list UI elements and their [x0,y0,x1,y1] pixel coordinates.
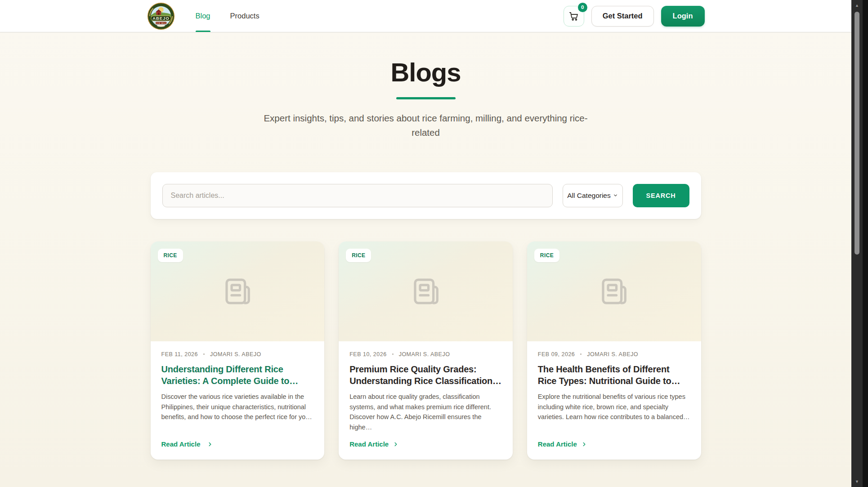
meta-dot [203,353,205,355]
nav-link-products[interactable]: Products [230,0,260,32]
category-badge: RICE [346,249,371,262]
abejo-logo[interactable]: ABEJO RICE MILL [147,2,175,30]
login-button[interactable]: Login [661,6,705,27]
category-select[interactable]: All Categories [563,184,623,207]
article-title[interactable]: Premium Rice Quality Grades: Understandi… [349,363,502,387]
article-author: JOMARI S. ABEJO [399,351,450,357]
read-article-label: Read Article [349,440,389,448]
read-article-label: Read Article [161,440,201,448]
newspaper-icon [597,275,631,308]
page-subtitle: Expert insights, tips, and stories about… [262,111,590,140]
article-excerpt: Learn about rice quality grades, classif… [349,392,502,432]
article-meta: FEB 10, 2026 JOMARI S. ABEJO [349,351,502,357]
chevron-right-icon [207,441,213,447]
category-badge: RICE [534,249,559,262]
cart-badge: 0 [578,3,587,12]
article-title[interactable]: The Health Benefits of Different Rice Ty… [538,363,690,387]
article-author: JOMARI S. ABEJO [587,351,638,357]
category-select-value: All Categories [567,192,611,200]
nav-link-blog[interactable]: Blog [196,0,210,32]
category-badge: RICE [158,249,183,262]
article-meta: FEB 09, 2026 JOMARI S. ABEJO [538,351,690,357]
abejo-logo-icon: ABEJO RICE MILL [147,2,175,30]
title-underline [396,97,456,99]
search-input[interactable] [162,184,553,207]
cart-icon [568,11,579,22]
article-title[interactable]: Understanding Different Rice Varieties: … [161,363,314,387]
read-article-link[interactable]: Read Article [349,440,502,448]
article-grid: RICE FEB 11, 2026 JOMARI S. ABEJO Unders… [151,241,701,460]
window-edge [863,0,868,487]
newspaper-icon [409,275,443,308]
hero-section: Blogs Expert insights, tips, and stories… [0,32,851,140]
article-excerpt: Discover the various rice varieties avai… [161,392,314,422]
read-article-label: Read Article [538,440,577,448]
scroll-up-arrow[interactable]: ▲ [851,2,863,9]
search-bar: All Categories SEARCH [151,172,701,219]
search-button[interactable]: SEARCH [633,184,689,207]
article-author: JOMARI S. ABEJO [210,351,261,357]
newspaper-icon [221,275,254,308]
meta-dot [580,353,582,355]
browser-viewport: ABEJO RICE MILL Blog Products [0,0,851,487]
article-image-placeholder: RICE [151,241,325,341]
article-card[interactable]: RICE FEB 11, 2026 JOMARI S. ABEJO Unders… [151,241,325,460]
chevron-right-icon [581,441,587,447]
meta-dot [392,353,394,355]
article-date: FEB 10, 2026 [349,351,386,357]
brand-text: ABEJO [152,16,169,21]
chevron-right-icon [393,441,399,447]
article-body: FEB 10, 2026 JOMARI S. ABEJO Premium Ric… [339,341,513,460]
site-header: ABEJO RICE MILL Blog Products [0,0,851,32]
article-date: FEB 11, 2026 [161,351,198,357]
article-image-placeholder: RICE [527,241,701,341]
article-meta: FEB 11, 2026 JOMARI S. ABEJO [161,351,314,357]
scrollbar[interactable]: ▲ ▼ [851,0,863,487]
article-excerpt: Explore the nutritional benefits of vari… [538,392,690,422]
main-nav: Blog Products [196,0,260,32]
scrollbar-thumb[interactable] [855,12,859,255]
get-started-button[interactable]: Get Started [591,6,654,27]
article-card[interactable]: RICE FEB 09, 2026 JOMARI S. ABEJO The He… [527,241,701,460]
read-article-link[interactable]: Read Article [161,440,314,448]
page-title: Blogs [0,57,851,87]
article-body: FEB 11, 2026 JOMARI S. ABEJO Understandi… [151,341,325,460]
scroll-down-arrow[interactable]: ▼ [851,478,863,485]
read-article-link[interactable]: Read Article [538,440,690,448]
article-card[interactable]: RICE FEB 10, 2026 JOMARI S. ABEJO Premiu… [339,241,513,460]
article-body: FEB 09, 2026 JOMARI S. ABEJO The Health … [527,341,701,460]
article-date: FEB 09, 2026 [538,351,575,357]
brand-subtext: RICE MILL [155,22,166,24]
chevron-down-icon [613,193,618,198]
cart-button[interactable]: 0 [564,6,584,27]
article-image-placeholder: RICE [339,241,513,341]
